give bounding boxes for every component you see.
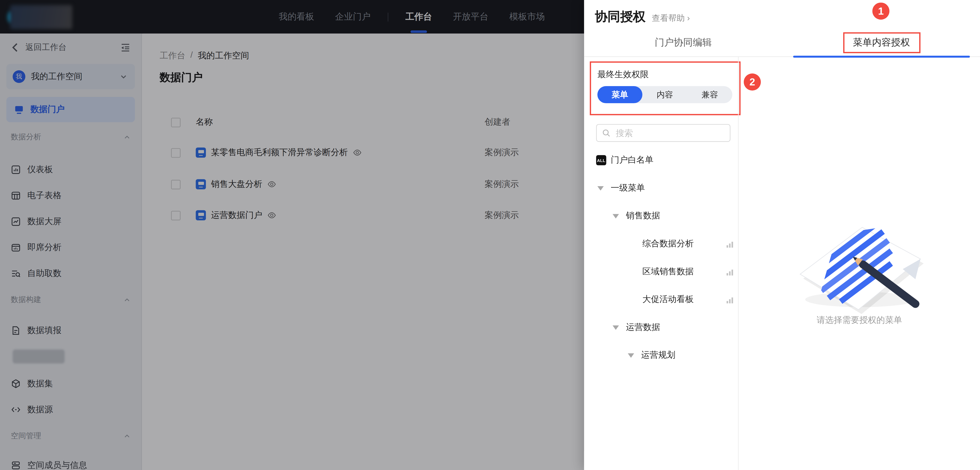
tree-node-level1-menu[interactable]: 一级菜单: [584, 174, 738, 202]
tree-node-label: 运营数据: [626, 322, 660, 333]
caret-down-icon[interactable]: [597, 186, 604, 190]
bar-chart-icon: [726, 240, 734, 248]
permission-segmented-control: 菜单 内容 兼容: [597, 86, 732, 103]
tree-node-whitelist[interactable]: ALL 门户白名单: [584, 146, 738, 174]
tree-node-operations-data[interactable]: 运营数据: [584, 313, 738, 341]
tree-node-sales-data[interactable]: 销售数据: [584, 202, 738, 230]
all-badge-icon: ALL: [596, 155, 606, 165]
empty-state: 请选择需要授权的菜单: [738, 56, 980, 470]
caret-down-icon[interactable]: [628, 353, 634, 357]
tab-menu-content-auth[interactable]: 菜单内容授权: [783, 29, 980, 56]
tree-node-operations-plan[interactable]: 运营规划: [584, 341, 738, 369]
caret-down-icon[interactable]: [612, 214, 619, 218]
collaboration-auth-panel: 门户协同编辑 菜单内容授权 协同授权 查看帮助 › 1 2 最终生效权限 菜单 …: [584, 0, 980, 470]
panel-title: 协同授权: [595, 8, 646, 25]
segment-content[interactable]: 内容: [642, 86, 687, 103]
tree-node-comprehensive-analysis[interactable]: 综合数据分析: [584, 230, 738, 258]
search-input[interactable]: [614, 128, 719, 138]
annotation-step-2: 2: [744, 73, 761, 91]
tree-node-label: 门户白名单: [611, 154, 654, 166]
tree-node-label: 区域销售数据: [642, 266, 694, 277]
annotation-step-1: 1: [872, 2, 889, 19]
tree-node-regional-sales[interactable]: 区域销售数据: [584, 258, 738, 286]
tree-node-label: 销售数据: [626, 210, 660, 221]
view-help-link[interactable]: 查看帮助 ›: [652, 13, 690, 24]
menu-search-box[interactable]: [596, 124, 730, 142]
document-pencil-illustration: [791, 220, 928, 315]
caret-down-icon[interactable]: [612, 325, 619, 330]
annotation-box-tab: 菜单内容授权: [843, 32, 920, 53]
tree-node-promo-board[interactable]: 大促活动看板: [584, 286, 738, 314]
final-permission-label: 最终生效权限: [597, 69, 649, 80]
segment-menu[interactable]: 菜单: [597, 86, 643, 103]
tree-node-label: 大促活动看板: [642, 294, 694, 305]
screenshot-root: 我的看板 企业门户 工作台 开放平台 模板市场 返回工作台 我 我的工作空间: [0, 0, 980, 470]
app: 我的看板 企业门户 工作台 开放平台 模板市场 返回工作台 我 我的工作空间: [0, 0, 980, 470]
search-icon: [602, 129, 611, 137]
tab-label: 菜单内容授权: [853, 37, 910, 47]
menu-tree: ALL 门户白名单 一级菜单 销售数据 综合数据分析 区域销售数据 大促活动看板: [584, 146, 738, 470]
modal-dim-overlay: [0, 0, 584, 470]
tab-portal-collab-edit[interactable]: 门户协同编辑: [584, 29, 783, 56]
bar-chart-icon: [726, 295, 734, 303]
tree-node-label: 综合数据分析: [642, 238, 694, 249]
annotation-box-permission: 最终生效权限 菜单 内容 兼容: [590, 62, 740, 115]
tree-node-label: 一级菜单: [611, 183, 645, 194]
bar-chart-icon: [726, 268, 734, 276]
tree-node-label: 运营规划: [641, 349, 675, 361]
empty-state-text: 请选择需要授权的菜单: [738, 315, 980, 326]
segment-compatible[interactable]: 兼容: [687, 86, 732, 103]
